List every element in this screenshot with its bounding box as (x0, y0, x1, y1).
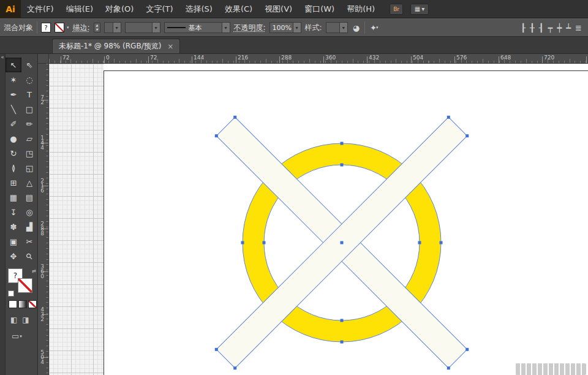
perspective-grid-tool[interactable]: △ (21, 175, 37, 190)
selection-anchor[interactable] (447, 116, 450, 119)
menu-help[interactable]: 帮助(H) (341, 0, 381, 18)
menu-edit[interactable]: 编辑(E) (60, 0, 99, 18)
default-fill-stroke-icon[interactable] (8, 290, 14, 297)
transform-panel-icon[interactable]: ≣ (575, 23, 582, 32)
brush-definition-combo[interactable]: 基本 ▾ (164, 22, 230, 33)
step-up-icon[interactable]: ▲ (94, 23, 100, 28)
vertical-ruler[interactable]: 7 21 4 42 1 62 8 83 6 04 3 25 0 4 (38, 64, 49, 375)
step-down-icon[interactable]: ▼ (94, 28, 100, 32)
graph-tool[interactable]: ▟ (21, 219, 37, 234)
ruler-origin-box[interactable] (38, 54, 49, 64)
screen-mode-button[interactable]: ▭ ▾ (12, 331, 37, 341)
direct-selection-tool[interactable]: ⇖ (21, 58, 37, 72)
fill-color-swatch[interactable]: ? (41, 23, 51, 32)
draw-behind-icon[interactable]: ◨ (22, 316, 29, 324)
free-transform-tool[interactable]: ◱ (21, 161, 37, 175)
selection-anchor[interactable] (418, 241, 421, 244)
type-tool[interactable]: T (21, 87, 37, 102)
mesh-tool[interactable]: ▦ (6, 190, 21, 205)
selection-anchor[interactable] (440, 241, 443, 244)
blob-brush-tool[interactable]: ● (6, 131, 21, 146)
align-vertical-bottom-icon[interactable]: ┷ (566, 23, 571, 32)
menu-select[interactable]: 选择(S) (179, 0, 218, 18)
selection-anchor[interactable] (215, 348, 218, 351)
opacity-combo[interactable]: 100% ▾ (270, 22, 301, 33)
draw-normal-icon[interactable]: ◧ (10, 316, 17, 324)
document-tab[interactable]: 未标题-1* @ 98% (RGB/预览) × (52, 39, 180, 53)
paintbrush-tool[interactable]: ✐ (6, 116, 21, 131)
width-tool[interactable]: ≬ (6, 161, 21, 175)
menu-window[interactable]: 窗口(W) (298, 0, 341, 18)
menu-view[interactable]: 视图(V) (258, 0, 298, 18)
align-horizontal-center-icon[interactable]: ╂ (530, 23, 535, 32)
slice-tool[interactable]: ✂ (21, 234, 37, 249)
pen-tool[interactable]: ✒ (6, 87, 21, 102)
bridge-icon[interactable]: Br (390, 4, 403, 15)
chevron-down-icon[interactable]: ▾ (222, 23, 230, 32)
align-vertical-top-icon[interactable]: ┯ (548, 23, 553, 32)
chevron-down-icon[interactable]: ▾ (152, 23, 160, 32)
hand-tool[interactable]: ✥ (6, 249, 21, 263)
selection-anchor[interactable] (215, 134, 218, 137)
swap-fill-stroke-icon[interactable]: ⇄ (32, 268, 36, 274)
selection-anchor[interactable] (341, 341, 344, 344)
stroke-weight-stepper[interactable]: ▲▼ (94, 23, 100, 32)
artboard-tool[interactable]: ▣ (6, 234, 21, 249)
blend-tool[interactable]: ◎ (21, 205, 37, 219)
lasso-tool[interactable]: ◌ (21, 72, 37, 87)
rotate-tool[interactable]: ↻ (6, 146, 21, 161)
pencil-tool[interactable]: ✏ (21, 116, 37, 131)
eyedropper-tool[interactable]: ↧ (6, 205, 21, 219)
color-button[interactable] (9, 300, 17, 308)
line-tool[interactable]: ╲ (6, 102, 21, 116)
stroke-weight-combo[interactable]: ▾ (104, 22, 121, 33)
selection-anchor[interactable] (466, 134, 469, 137)
selection-anchor[interactable] (341, 319, 344, 322)
chevron-down-icon[interactable]: ▾ (67, 25, 69, 30)
chevron-down-icon[interactable]: ▾ (376, 25, 379, 30)
chevron-down-icon[interactable]: ▾ (339, 23, 347, 32)
scale-tool[interactable]: ◳ (21, 146, 37, 161)
horizontal-ruler[interactable]: 72072144216288360432504576648720792 (49, 54, 588, 64)
canvas[interactable] (49, 64, 588, 375)
selection-anchor[interactable] (341, 142, 344, 145)
gradient-tool[interactable]: ▤ (21, 190, 37, 205)
stroke-proxy-swatch[interactable] (18, 278, 32, 293)
recolor-artwork-icon[interactable]: ◕ (352, 23, 361, 32)
menu-type[interactable]: 文字(T) (140, 0, 179, 18)
chevron-down-icon[interactable]: ▾ (293, 23, 301, 32)
stroke-label[interactable]: 描边: (73, 23, 90, 33)
selection-tool[interactable]: ↖ (6, 58, 21, 72)
selection-anchor[interactable] (233, 116, 236, 119)
rectangle-tool[interactable]: □ (21, 102, 37, 116)
selection-anchor[interactable] (233, 366, 236, 369)
selection-anchor[interactable] (341, 241, 344, 244)
zoom-tool[interactable]: ⚲ (21, 249, 37, 263)
close-icon[interactable]: × (167, 42, 173, 51)
none-button[interactable] (28, 300, 37, 308)
magic-wand-tool[interactable]: ✶ (6, 72, 21, 87)
align-vertical-center-icon[interactable]: ┿ (557, 23, 562, 32)
chevron-down-icon[interactable]: ▾ (113, 23, 121, 32)
align-horizontal-left-icon[interactable]: ┠ (521, 23, 526, 32)
selection-anchor[interactable] (241, 241, 244, 244)
select-similar-icon[interactable]: ✦ ▾ (369, 23, 379, 32)
style-combo[interactable]: ▾ (326, 22, 348, 33)
gradient-button[interactable] (18, 300, 27, 308)
arrange-documents-icon[interactable]: ▦ ▾ (410, 4, 429, 15)
selection-anchor[interactable] (447, 366, 450, 369)
collapse-panels-icon[interactable]: « (1, 54, 4, 60)
align-horizontal-right-icon[interactable]: ┨ (539, 23, 544, 32)
symbol-sprayer-tool[interactable]: ✽ (6, 219, 21, 234)
selection-anchor[interactable] (466, 348, 469, 351)
selection-anchor[interactable] (341, 164, 344, 167)
width-profile-combo[interactable]: ▾ (125, 22, 160, 33)
selection-anchor[interactable] (263, 241, 266, 244)
menu-file[interactable]: 文件(F) (21, 0, 60, 18)
stroke-color-swatch[interactable] (55, 23, 64, 32)
shape-builder-tool[interactable]: ⊞ (6, 175, 21, 190)
menu-effect[interactable]: 效果(C) (219, 0, 258, 18)
menu-object[interactable]: 对象(O) (99, 0, 140, 18)
opacity-label[interactable]: 不透明度: (234, 23, 266, 33)
eraser-tool[interactable]: ▱ (21, 131, 37, 146)
